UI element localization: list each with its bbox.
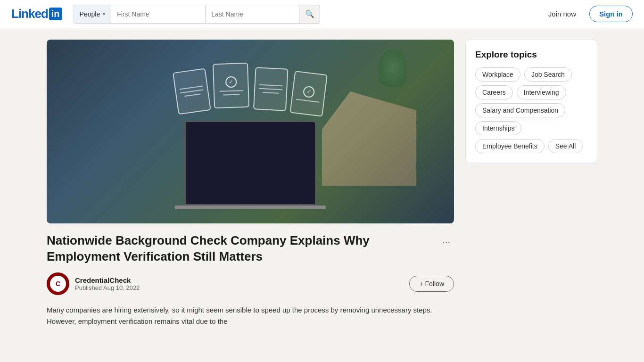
- explore-topics-title: Explore topics: [475, 49, 587, 60]
- author-info: C CredentialCheck Published Aug 10, 2022: [47, 272, 140, 295]
- sign-in-button[interactable]: Sign in: [589, 6, 633, 22]
- explore-topics-card: Explore topics WorkplaceJob SearchCareer…: [465, 40, 597, 163]
- topic-tag-1[interactable]: Job Search: [524, 67, 572, 82]
- more-options-button[interactable]: ···: [438, 235, 454, 249]
- avatar-initials: C: [49, 275, 67, 293]
- search-button[interactable]: 🔍: [299, 5, 320, 24]
- last-name-input[interactable]: [205, 5, 299, 24]
- avatar: C: [47, 272, 69, 295]
- doc-line: [296, 99, 320, 103]
- article-section: ✓ ✓: [47, 40, 454, 327]
- doc-line: [219, 90, 243, 92]
- search-icon: 🔍: [305, 9, 314, 18]
- author-details: CredentialCheck Published Aug 10, 2022: [75, 276, 140, 291]
- logo-text: Linked: [11, 7, 48, 21]
- author-published-date: Published Aug 10, 2022: [75, 284, 140, 291]
- article-body-text: Many companies are hiring extensively, s…: [47, 304, 454, 327]
- floating-documents: ✓ ✓: [175, 63, 326, 108]
- topic-tag-3[interactable]: Interviewing: [517, 85, 566, 99]
- topic-tag-7[interactable]: See All: [548, 139, 583, 153]
- checkmark-icon: ✓: [225, 76, 237, 88]
- first-name-input[interactable]: [111, 5, 205, 24]
- topic-tag-6[interactable]: Employee Benefits: [475, 139, 545, 153]
- sidebar: Explore topics WorkplaceJob SearchCareer…: [465, 40, 597, 163]
- search-category-label: People: [80, 10, 100, 18]
- doc-card-3: [253, 67, 289, 111]
- doc-line: [262, 92, 279, 94]
- topic-tags-container: WorkplaceJob SearchCareersInterviewingSa…: [475, 67, 587, 153]
- article-image-container: ✓ ✓: [47, 40, 454, 223]
- search-category-dropdown[interactable]: People ▾: [74, 5, 111, 24]
- doc-line: [259, 88, 282, 90]
- chevron-down-icon: ▾: [103, 11, 105, 16]
- doc-card-2: ✓: [213, 63, 249, 109]
- author-row: C CredentialCheck Published Aug 10, 2022…: [47, 272, 454, 295]
- search-area: People ▾ 🔍: [74, 5, 321, 24]
- plant-decoration: [379, 49, 407, 87]
- article-title: Nationwide Background Check Company Expl…: [47, 233, 433, 265]
- main-container: ✓ ✓: [39, 28, 605, 338]
- doc-line: [180, 86, 203, 90]
- doc-line: [180, 89, 204, 93]
- checkmark-icon: ✓: [303, 86, 315, 99]
- topic-tag-4[interactable]: Salary and Compensation: [475, 103, 565, 117]
- doc-line: [223, 94, 239, 95]
- topic-tag-0[interactable]: Workplace: [475, 67, 520, 82]
- hand-decoration: [322, 91, 416, 186]
- doc-line: [259, 84, 283, 87]
- doc-line: [184, 93, 201, 97]
- laptop-screen: [184, 121, 316, 206]
- author-name[interactable]: CredentialCheck: [75, 276, 140, 284]
- logo-in-box: in: [49, 8, 62, 20]
- follow-button[interactable]: + Follow: [409, 276, 454, 292]
- linkedin-logo[interactable]: Linkedin: [11, 7, 62, 21]
- navbar: Linkedin People ▾ 🔍 Join now Sign in: [0, 0, 644, 28]
- doc-card-4: ✓: [289, 71, 327, 117]
- topic-tag-2[interactable]: Careers: [475, 85, 513, 99]
- topic-tag-5[interactable]: Internships: [475, 121, 521, 135]
- doc-card-1: [173, 68, 211, 115]
- article-hero-image: ✓ ✓: [47, 40, 454, 223]
- article-title-row: Nationwide Background Check Company Expl…: [47, 233, 454, 265]
- laptop-base: [175, 206, 326, 209]
- join-now-button[interactable]: Join now: [543, 6, 582, 22]
